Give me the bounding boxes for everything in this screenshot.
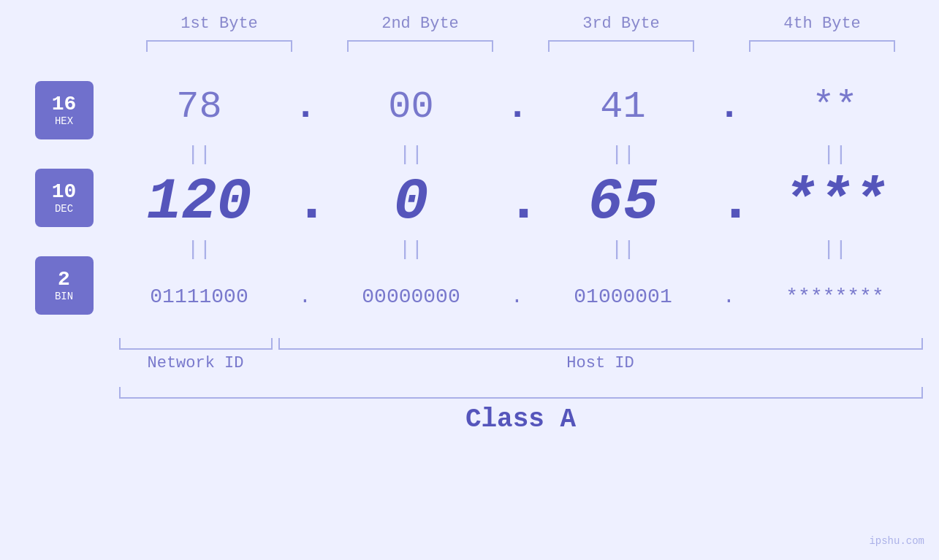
- hex-badge: 16 HEX: [35, 81, 94, 139]
- top-bracket-row: [119, 40, 923, 52]
- hex-number: 16: [52, 93, 77, 116]
- host-bottom-bracket: [278, 338, 923, 350]
- main-container: 1st Byte 2nd Byte 3rd Byte 4th Byte 16 H…: [0, 0, 939, 560]
- hex-dot-3: .: [718, 85, 740, 129]
- bracket-cell-2: [320, 40, 521, 52]
- host-id-label: Host ID: [278, 354, 923, 372]
- class-section: Class A: [119, 387, 923, 434]
- eq1-b4: ||: [755, 143, 916, 166]
- class-label: Class A: [119, 404, 923, 434]
- class-bracket-row: [119, 387, 923, 399]
- byte-label-1: 1st Byte: [119, 15, 320, 33]
- id-labels-row: Network ID Host ID: [119, 354, 923, 372]
- bin-name: BIN: [55, 291, 73, 302]
- top-bracket-2: [347, 40, 493, 52]
- bin-dot-2: .: [506, 285, 528, 308]
- hex-dot-1: .: [294, 85, 316, 129]
- network-id-label: Network ID: [119, 354, 273, 372]
- eq1-b1: ||: [119, 143, 280, 166]
- bin-number: 2: [58, 269, 70, 291]
- byte-label-2: 2nd Byte: [320, 15, 521, 33]
- bin-badge: 2 BIN: [35, 256, 94, 315]
- bin-value-row: 01111000 . 00000000 . 01000001 . *******…: [112, 264, 923, 329]
- bytes-grid: 78 . 00 . 41 . ** || ||: [112, 66, 923, 329]
- bottom-bracket-row: [119, 335, 923, 350]
- byte-labels-row: 1st Byte 2nd Byte 3rd Byte 4th Byte: [119, 15, 923, 33]
- bracket-cell-3: [521, 40, 722, 52]
- hex-b2: 00: [331, 85, 492, 129]
- dec-badge: 10 DEC: [35, 169, 94, 227]
- hex-b1: 78: [119, 85, 280, 129]
- hex-b4: **: [755, 85, 916, 129]
- network-bottom-bracket: [119, 338, 273, 350]
- top-bracket-4: [749, 40, 895, 52]
- dec-value-row: 120 . 0 . 65 . ***: [112, 169, 923, 234]
- bin-b2: 00000000: [331, 285, 492, 308]
- bin-b4: ********: [755, 285, 916, 308]
- hex-value-row: 78 . 00 . 41 . **: [112, 74, 923, 139]
- bracket-cell-4: [722, 40, 923, 52]
- eq2-b4: ||: [755, 238, 916, 261]
- dec-b3: 65: [543, 169, 704, 235]
- top-bracket-1: [146, 40, 292, 52]
- bin-b3: 01000001: [543, 285, 704, 308]
- hex-b3: 41: [543, 85, 704, 129]
- bin-b1: 01111000: [119, 285, 280, 308]
- dec-b4: ***: [755, 169, 916, 235]
- eq2-b2: ||: [331, 238, 492, 261]
- eq2-b3: ||: [543, 238, 704, 261]
- dec-dot-2: .: [506, 169, 528, 235]
- bin-dot-3: .: [718, 285, 740, 308]
- eq1-b3: ||: [543, 143, 704, 166]
- base-labels-column: 16 HEX 10 DEC 2 BIN: [17, 66, 112, 329]
- equals-row-2: || || || ||: [112, 234, 923, 264]
- eq2-b1: ||: [119, 238, 280, 261]
- hex-dot-2: .: [506, 85, 528, 129]
- hex-name: HEX: [55, 115, 73, 127]
- class-bracket: [119, 387, 923, 399]
- bracket-cell-1: [119, 40, 320, 52]
- content-area: 16 HEX 10 DEC 2 BIN 78 . 00: [17, 66, 923, 329]
- byte-label-3: 3rd Byte: [521, 15, 722, 33]
- top-bracket-3: [548, 40, 694, 52]
- dec-b2: 0: [331, 169, 492, 235]
- dec-name: DEC: [55, 203, 73, 215]
- equals-row-1: || || || ||: [112, 139, 923, 169]
- watermark: ipshu.com: [869, 535, 924, 547]
- dec-b1: 120: [119, 169, 280, 235]
- bin-dot-1: .: [294, 285, 316, 308]
- dec-dot-3: .: [718, 169, 740, 235]
- byte-label-4: 4th Byte: [722, 15, 923, 33]
- eq1-b2: ||: [331, 143, 492, 166]
- dec-number: 10: [52, 181, 77, 204]
- bottom-brackets-section: Network ID Host ID: [119, 335, 923, 372]
- dec-dot-1: .: [294, 169, 316, 235]
